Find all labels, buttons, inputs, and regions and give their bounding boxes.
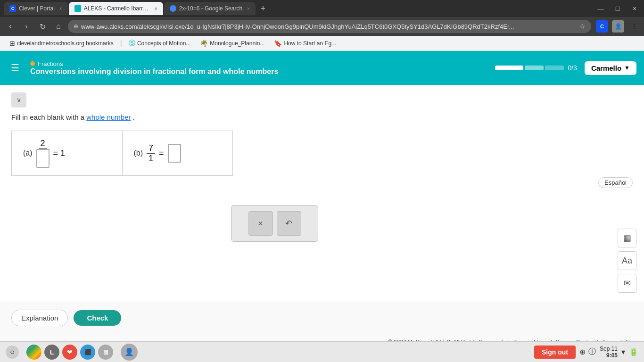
fraction-a-num: 2 (39, 139, 47, 149)
aleks-app: ☰ Fractions Conversions involving divisi… (0, 51, 644, 350)
tab-clever-label: Clever | Portal (19, 5, 55, 12)
taskbar-info-icon[interactable]: ⓘ (588, 347, 596, 357)
calculator-tool-button[interactable]: ▦ (618, 229, 636, 247)
problems-container: (a) 2 = 1 (b) 7 1 = (11, 131, 233, 176)
header-left: ☰ Fractions Conversions involving divisi… (8, 60, 278, 76)
wifi-icon: ▾ (621, 347, 625, 356)
problem-a: (a) 2 = 1 (12, 131, 123, 175)
keypad-clear-button[interactable]: × (248, 211, 273, 236)
user-menu-button[interactable]: Carmello ▼ (585, 61, 636, 75)
fraction-b-den: 1 (147, 154, 155, 164)
problem-b: (b) 7 1 = (123, 131, 233, 175)
tab-aleks[interactable]: ALEKS - Carmello Ibarra - Learn × (69, 2, 163, 15)
forward-button[interactable]: › (20, 20, 33, 33)
bookmark-clevelandmetro-label: clevelandmetroschools.org bookmarks (17, 40, 114, 47)
bookmark-clevelandmetro[interactable]: ⊞ clevelandmetroschools.org bookmarks (6, 39, 117, 48)
bookmark-monologue[interactable]: 🌴 Monologue_Plannin... (196, 39, 268, 48)
progress-count: 0/3 (568, 64, 577, 72)
topic-name: Conversions involving division in fracti… (30, 67, 278, 76)
progress-seg-1 (495, 66, 523, 70)
clever-ext-icon[interactable]: C (596, 20, 608, 33)
monologue-icon: 🌴 (200, 40, 208, 47)
category-label: Fractions (38, 60, 63, 67)
more-ext-icon[interactable]: ⋮ (628, 20, 640, 33)
taskbar-right: Sign out ⊕ ⓘ Sep 11 9:05 ▾ 🔋 (534, 346, 638, 359)
whole-number-link[interactable]: whole number (86, 113, 131, 121)
espanol-button[interactable]: Español (598, 177, 633, 188)
tab-aleks-label: ALEKS - Carmello Ibarra - Learn (84, 5, 150, 12)
tab-google-label: 2x-10=6 - Google Search (179, 5, 242, 12)
hamburger-menu[interactable]: ☰ (8, 60, 23, 75)
progress-seg-3 (545, 66, 564, 70)
topic-category: Fractions (30, 60, 278, 67)
home-button[interactable]: ⌂ (52, 20, 65, 33)
taskbar-sys-icons: ⊕ ⓘ (579, 347, 596, 357)
fraction-b: 7 1 (147, 143, 155, 164)
bookmarks-bar: ⊞ clevelandmetroschools.org bookmarks | … (0, 36, 644, 51)
sign-out-button[interactable]: Sign out (534, 346, 576, 359)
close-tab-clever[interactable]: × (59, 6, 62, 11)
explanation-button[interactable]: Explanation (11, 310, 68, 326)
tab-clever[interactable]: C Clever | Portal × (4, 2, 68, 15)
bookmark-concepts[interactable]: Ⓢ Concepts of Motion... (125, 38, 194, 49)
taskbar-profile-avatar[interactable]: 👤 (121, 344, 138, 361)
reload-button[interactable]: ↻ (36, 20, 49, 33)
google-favicon (170, 5, 176, 12)
taskbar-app-icons: L ❤ ⬛ ▦ (26, 345, 113, 360)
input-b-answer[interactable] (168, 144, 181, 163)
lock-icon: ⊕ (74, 23, 78, 30)
problem-a-label: (a) (23, 149, 33, 157)
progress-seg-2 (525, 66, 544, 70)
username-label: Carmello (591, 64, 621, 72)
address-text: www-awu.aleks.com/alekscgi/x/Isl.exe/1o_… (81, 23, 577, 30)
bottom-bar: Explanation Check (0, 302, 644, 334)
os-taskbar: ○ L ❤ ⬛ ▦ 👤 Sign out ⊕ ⓘ Sep 11 9:05 ▾ 🔋 (0, 341, 644, 362)
address-bar-row: ‹ › ↻ ⌂ ⊕ www-awu.aleks.com/alekscgi/x/I… (0, 17, 644, 36)
minimize-button[interactable]: — (595, 3, 606, 14)
bookmark-star-icon[interactable]: ☆ (579, 23, 586, 30)
extension-icons: C 👤 ⋮ (596, 20, 640, 33)
taskbar-date: Sep 11 (600, 346, 618, 352)
topic-dot (30, 61, 35, 66)
keypad-undo-button[interactable]: ↶ (277, 211, 301, 236)
mail-tool-button[interactable]: ✉ (618, 274, 636, 293)
problem-b-label: (b) (134, 149, 143, 157)
bookmark-howto[interactable]: 🔖 How to Start an Eg... (270, 39, 340, 48)
check-button[interactable]: Check (74, 310, 121, 326)
profile-ext-icon[interactable]: 👤 (612, 20, 624, 33)
instruction-prefix: Fill in each blank with a (11, 113, 84, 121)
howto-icon: 🔖 (274, 40, 282, 47)
bookmark-concepts-label: Concepts of Motion... (137, 40, 190, 47)
chevron-down-icon: ▼ (624, 65, 630, 71)
taskbar-start-button[interactable]: ○ (6, 346, 19, 359)
back-button[interactable]: ‹ (4, 20, 17, 33)
close-tab-google[interactable]: × (247, 6, 250, 11)
keypad: × ↶ (231, 205, 318, 242)
tab-google[interactable]: 2x-10=6 - Google Search × (164, 2, 256, 15)
new-tab-button[interactable]: + (256, 2, 270, 15)
font-tool-button[interactable]: Aa (618, 251, 636, 270)
collapse-button[interactable]: ∨ (11, 92, 26, 107)
bookmark-monologue-label: Monologue_Plannin... (210, 40, 264, 47)
close-button[interactable]: × (629, 3, 640, 14)
taskbar-plus-icon[interactable]: ⊕ (579, 347, 586, 356)
maximize-button[interactable]: □ (612, 3, 623, 14)
bm-sep-1: | (120, 39, 122, 48)
taskbar-grid-icon[interactable]: ▦ (98, 345, 113, 360)
bookmark-howto-label: How to Start an Eg... (284, 40, 336, 47)
font-icon: Aa (622, 256, 632, 266)
taskbar-chrome-icon[interactable] (26, 345, 41, 360)
progress-bar (495, 66, 564, 70)
taskbar-blue-icon[interactable]: ⬛ (80, 345, 95, 360)
taskbar-hearts-icon[interactable]: ❤ (62, 345, 77, 360)
input-a-denominator[interactable] (36, 149, 50, 168)
address-box[interactable]: ⊕ www-awu.aleks.com/alekscgi/x/Isl.exe/1… (68, 20, 591, 33)
problem-b-equals: = (159, 148, 164, 158)
progress-area: 0/3 (495, 64, 577, 72)
taskbar-l-icon[interactable]: L (44, 345, 59, 360)
address-icons: ☆ (579, 23, 586, 30)
instruction-text: Fill in each blank with a whole number . (11, 113, 633, 121)
close-tab-aleks[interactable]: × (155, 6, 157, 11)
fraction-a: 2 (36, 139, 50, 168)
window-controls: — □ × (595, 3, 640, 14)
